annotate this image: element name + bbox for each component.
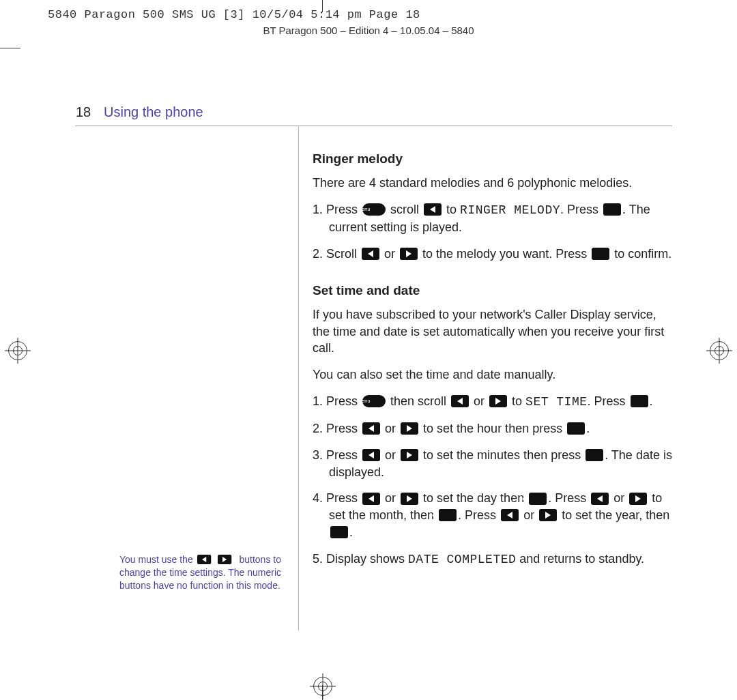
left-arrow-button-icon — [197, 555, 211, 564]
settime-step-1: 1. Press then scroll or to SET TIME. Pre… — [313, 393, 674, 411]
crop-mark — [322, 0, 323, 12]
left-arrow-button-icon — [362, 493, 380, 505]
ringer-intro: There are 4 standard melodies and 6 poly… — [313, 175, 674, 192]
check-button-icon — [586, 449, 603, 461]
check-button-icon — [592, 248, 609, 260]
check-button-icon — [631, 395, 648, 407]
check-button-icon — [567, 422, 585, 435]
ringer-step-2: 2. Scroll or to the melody you want. Pre… — [313, 246, 674, 263]
settime-intro-2: You can also set the time and date manua… — [313, 366, 674, 383]
check-button-icon — [529, 493, 547, 505]
crop-mark — [0, 48, 20, 48]
registration-target-icon — [313, 677, 332, 696]
margin-note: You must use the buttons to change the t… — [119, 553, 290, 592]
right-arrow-button-icon — [218, 555, 231, 564]
ringer-heading: Ringer melody — [313, 150, 674, 168]
registration-target-icon — [710, 341, 729, 360]
main-content: Ringer melody There are 4 standard melod… — [313, 150, 674, 578]
left-arrow-button-icon — [501, 509, 519, 521]
column-divider — [298, 126, 299, 630]
right-arrow-button-icon — [401, 422, 418, 435]
right-arrow-button-icon — [401, 493, 418, 505]
registration-target-icon — [8, 341, 27, 360]
settime-heading: Set time and date — [313, 282, 674, 300]
left-arrow-button-icon — [362, 422, 380, 435]
left-arrow-button-icon — [424, 203, 442, 216]
settime-step-4: 4. Press or to set the day then . Press … — [313, 490, 674, 540]
left-arrow-button-icon — [591, 493, 609, 505]
right-arrow-button-icon — [489, 395, 507, 407]
print-job-header: 5840 Paragon 500 SMS UG [3] 10/5/04 5:14… — [48, 8, 420, 21]
settime-step-2: 2. Press or to set the hour then press . — [313, 420, 674, 437]
horizontal-rule — [75, 126, 672, 126]
edition-line: BT Paragon 500 – Edition 4 – 10.05.04 – … — [0, 25, 737, 36]
check-button-icon — [439, 509, 457, 521]
right-arrow-button-icon — [400, 248, 418, 260]
settime-intro-1: If you have subscribed to your network's… — [313, 306, 674, 357]
settime-step-5: 5. Display shows DATE COMPLETED and retu… — [313, 551, 674, 568]
menu-button-icon — [362, 203, 386, 216]
ringer-step-1: 1. Press scroll to RINGER MELODY. Press … — [313, 201, 674, 236]
menu-button-icon — [362, 395, 386, 407]
left-arrow-button-icon — [451, 395, 469, 407]
right-arrow-button-icon — [539, 509, 557, 521]
page-number: 18 — [76, 104, 91, 120]
section-title: Using the phone — [104, 104, 203, 120]
right-arrow-button-icon — [401, 449, 418, 461]
settime-step-3: 3. Press or to set the minutes then pres… — [313, 447, 674, 481]
check-button-icon — [330, 526, 348, 538]
left-arrow-button-icon — [362, 248, 379, 260]
left-arrow-button-icon — [362, 449, 380, 461]
right-arrow-button-icon — [629, 493, 647, 505]
check-button-icon — [603, 203, 621, 216]
